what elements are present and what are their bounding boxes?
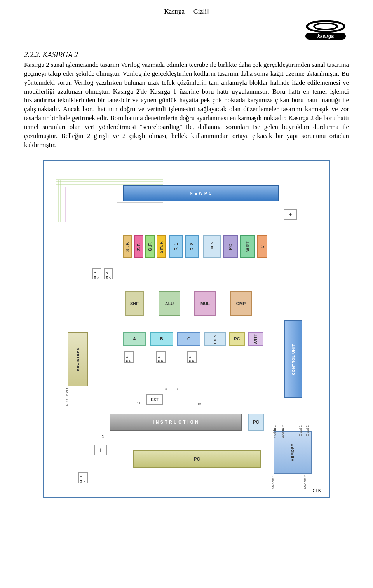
block-mux-2b: M U X <box>156 351 166 363</box>
block-mux-a: M U X <box>92 268 101 279</box>
section-title: KASIRGA 2 <box>43 51 78 59</box>
block-r1: R 1 <box>169 235 183 258</box>
block-adder-top: + <box>284 209 297 220</box>
block-pc-1: PC <box>223 235 238 258</box>
label-addin2: Add in 2 <box>281 425 285 438</box>
block-z-flag: Z.F. <box>134 235 143 258</box>
block-mux-2c: M U X <box>187 351 197 363</box>
block-pc-bar: PC <box>133 450 261 468</box>
block-control-unit: CONTROL UNIT <box>284 320 302 398</box>
brand-logo: kasırga <box>302 19 349 40</box>
block-adder-bottom: + <box>94 445 107 455</box>
registers-ports-label: A B C in out <box>65 388 69 407</box>
block-mux-b: M U X <box>104 268 113 279</box>
block-pc-2: PC <box>229 332 245 346</box>
logo-container: kasırga <box>24 19 349 42</box>
section-body: Kasırga 2 sanal işlemcisinde tasarım Ver… <box>24 61 349 149</box>
block-b: B <box>150 332 173 346</box>
block-registers: REGISTERS <box>68 332 88 386</box>
block-mul: MUL <box>194 291 216 316</box>
block-ins-1: I N S <box>203 235 221 258</box>
logo-text: kasırga <box>317 33 334 39</box>
block-sm-flag: Sm.F. <box>157 235 166 258</box>
block-wrt-1: WRT <box>240 235 255 258</box>
label-3b: 3 <box>165 387 167 391</box>
label-dout1: D out 1 <box>298 425 302 436</box>
label-rwcnt1: R/W cnt 1 <box>271 475 275 490</box>
label-rwcnt2: R/W cnt 2 <box>303 475 307 490</box>
block-mux-bottom: M U X <box>78 472 88 483</box>
section-heading: 2.2.2. KASIRGA 2 <box>24 51 349 59</box>
cpu-block-diagram: N E W P C + Si.F. Z.F. G.F. Sm.F. R 1 R … <box>43 160 330 498</box>
block-a: A <box>123 332 146 346</box>
block-sif-flag: Si.F. <box>123 235 132 258</box>
block-new-pc: N E W P C <box>123 185 279 201</box>
block-c-1: C <box>257 235 267 258</box>
block-instruction: I N S T R U C T I O N <box>110 414 242 431</box>
block-shf: SHF <box>125 291 144 316</box>
block-wrt-2: WRT <box>248 332 263 346</box>
label-addin1: Add in 1 <box>273 425 277 438</box>
block-cmp: CMP <box>230 291 252 316</box>
doc-header: Kasırga – [Gizli] <box>24 8 349 16</box>
label-11: 11 <box>137 401 141 405</box>
label-3a: 3 <box>176 387 178 391</box>
block-pc-3: PC <box>248 414 264 431</box>
svg-point-1 <box>314 23 337 30</box>
block-g-flag: G.F. <box>145 235 155 258</box>
label-16: 16 <box>197 402 201 406</box>
block-mux-2a: M U X <box>124 351 134 363</box>
label-one: 1 <box>100 434 106 439</box>
label-dout2: D out 2 <box>305 425 309 436</box>
block-memory: MEMORY <box>274 431 312 474</box>
block-ins-2: I N S <box>204 332 226 346</box>
label-clk: CLK <box>313 488 321 493</box>
block-r2: R 2 <box>185 235 199 258</box>
block-ext: EXT <box>146 394 163 405</box>
section-number: 2.2.2. <box>24 51 41 59</box>
block-alu: ALU <box>159 291 180 316</box>
block-c-2: C <box>177 332 200 346</box>
